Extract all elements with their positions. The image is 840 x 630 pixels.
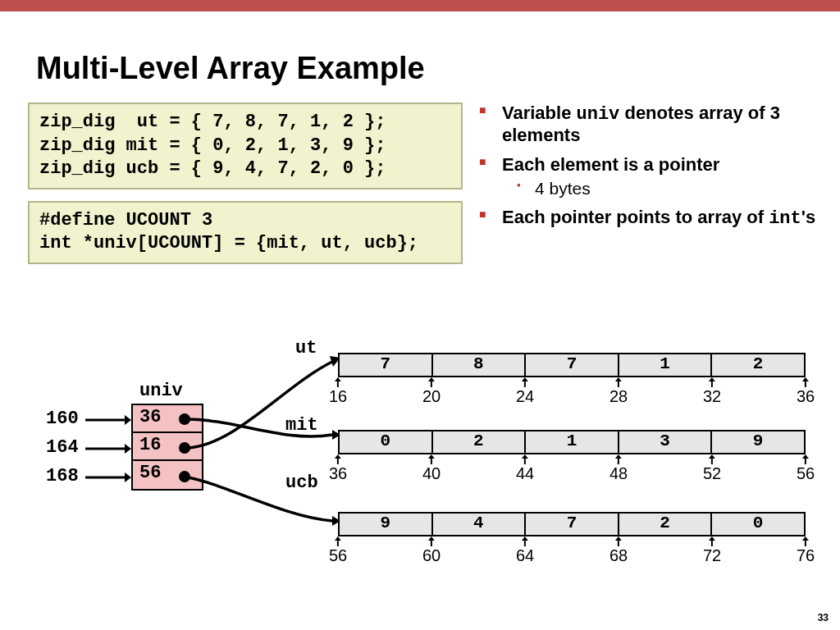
label-addr-160: 160	[46, 409, 79, 429]
array-row-ut: 7 8 7 1 2 16 20 24 28 32 36	[338, 353, 806, 409]
svg-marker-42	[709, 536, 715, 541]
array-row-ucb: 9 4 7 2 0 56 60 64 68 72 76	[338, 512, 806, 568]
bullet-list: Variable univ denotes array of 3 element…	[479, 103, 824, 229]
label-ucb: ucb	[285, 472, 318, 493]
svg-marker-5	[125, 472, 131, 482]
bullet-2: Each element is a pointer 4 bytes	[479, 154, 824, 199]
bullet-3: Each pointer points to array of int's	[479, 207, 824, 229]
content-row: zip_dig ut = { 7, 8, 7, 1, 2 }; zip_dig …	[0, 103, 840, 276]
svg-marker-12	[428, 377, 435, 381]
code-box-2: #define UCOUNT 3 int *univ[UCOUNT] = {mi…	[28, 201, 463, 264]
svg-marker-3	[125, 444, 131, 454]
slide-title: Multi-Level Array Example	[36, 51, 840, 86]
svg-marker-38	[522, 536, 528, 541]
svg-marker-28	[615, 454, 622, 459]
svg-marker-10	[335, 377, 341, 381]
arrow-icon	[85, 472, 131, 482]
code-box-1: zip_dig ut = { 7, 8, 7, 1, 2 }; zip_dig …	[28, 103, 463, 189]
array-row-mit: 0 2 1 3 9 36 40 44 48 52 56	[338, 430, 806, 486]
label-mit: mit	[285, 415, 318, 436]
right-column: Variable univ denotes array of 3 element…	[471, 103, 824, 276]
svg-marker-34	[335, 536, 341, 541]
page-number: 33	[818, 612, 829, 623]
diagram: univ 160 164 168 36 16 56 ut mit ucb 7 8…	[0, 328, 840, 615]
left-column: zip_dig ut = { 7, 8, 7, 1, 2 }; zip_dig …	[28, 103, 463, 276]
label-addr-168: 168	[46, 466, 79, 486]
svg-marker-20	[802, 377, 809, 381]
arrow-icon	[85, 444, 131, 454]
ucb-cells: 9 4 7 2 0	[338, 512, 806, 536]
svg-marker-18	[709, 377, 715, 381]
svg-marker-22	[335, 454, 341, 459]
bullet-2-sub: 4 bytes	[517, 179, 824, 199]
label-ut: ut	[295, 338, 317, 358]
orange-top-bar	[0, 0, 840, 11]
svg-marker-44	[802, 536, 809, 541]
svg-marker-16	[615, 377, 622, 381]
mit-ticks: 36 40 44 48 52 56	[338, 454, 806, 486]
ucb-ticks: 56 60 64 68 72 76	[338, 536, 806, 568]
svg-marker-24	[428, 454, 435, 459]
svg-marker-30	[709, 454, 715, 459]
bullet-1: Variable univ denotes array of 3 element…	[479, 103, 824, 146]
label-univ: univ	[139, 381, 183, 401]
mit-cells: 0 2 1 3 9	[338, 430, 806, 454]
svg-marker-40	[615, 536, 622, 541]
svg-marker-32	[802, 454, 809, 459]
ut-ticks: 16 20 24 28 32 36	[338, 377, 806, 409]
label-addr-164: 164	[46, 437, 79, 458]
pointer-arrows	[185, 345, 345, 538]
svg-marker-26	[522, 454, 528, 459]
svg-marker-14	[522, 377, 528, 381]
svg-marker-36	[428, 536, 435, 541]
svg-marker-1	[125, 415, 131, 425]
ut-cells: 7 8 7 1 2	[338, 353, 806, 377]
arrow-icon	[85, 415, 131, 425]
